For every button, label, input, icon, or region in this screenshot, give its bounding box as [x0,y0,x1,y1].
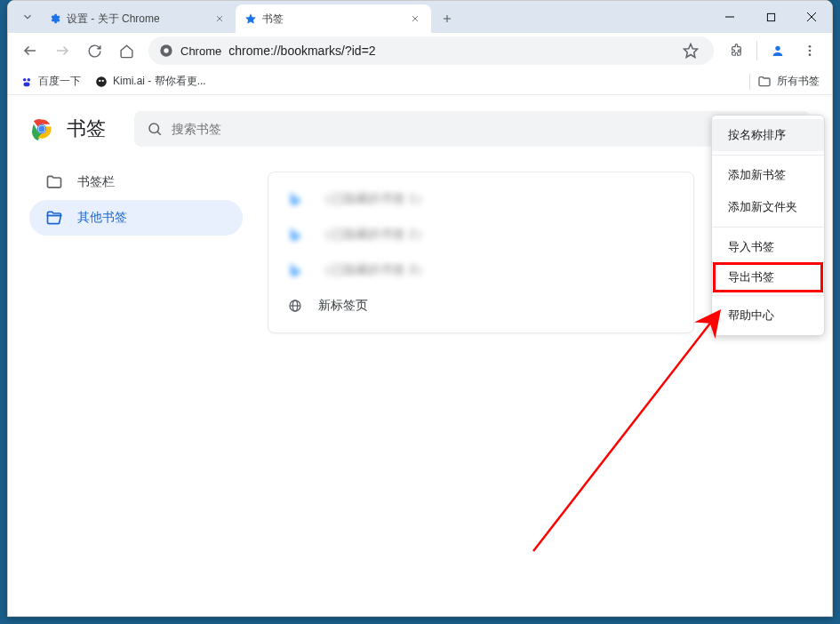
overflow-menu: 按名称排序 添加新书签 添加新文件夹 导入书签 导出书签 帮助中心 [711,115,825,336]
sidebar-item-label: 其他书签 [77,210,127,226]
star-icon [244,12,257,25]
separator [756,41,757,60]
list-item-label: （已隐藏的书签 1） [318,191,428,207]
list-item-label: （已隐藏的书签 2） [318,227,428,243]
svg-point-25 [99,79,100,81]
sidebar: 书签栏 其他书签 [29,159,243,333]
search-box[interactable] [134,111,811,147]
browser-window: 设置 - 关于 Chrome 书签 [7,0,833,617]
bookmark-kimi[interactable]: Kimi.ai - 帮你看更... [95,74,206,89]
bing-icon [288,263,302,277]
search-icon [147,121,163,137]
list-item[interactable]: （已隐藏的书签 2） [268,217,693,252]
sidebar-item-label: 书签栏 [77,174,115,190]
sidebar-item-bookmarks-bar[interactable]: 书签栏 [29,164,243,200]
bookmarks-bar: 百度一下 Kimi.ai - 帮你看更... 所有书签 [8,68,832,95]
svg-point-22 [28,77,30,81]
maximize-button[interactable] [750,1,791,33]
tab-title: 书签 [262,12,403,27]
tab-strip: 设置 - 关于 Chrome 书签 [8,1,832,33]
bookmark-list: （已隐藏的书签 1） （已隐藏的书签 2） （已隐藏的书签 3） 新标签页 [268,172,694,333]
chrome-icon [159,44,173,58]
svg-point-26 [102,79,104,81]
svg-point-24 [96,76,107,87]
bing-icon [288,192,302,206]
reload-button[interactable] [79,36,109,66]
page-title-wrap: 书签 [29,116,106,142]
kimi-icon [95,76,108,88]
svg-point-21 [23,77,27,81]
separator [749,74,750,90]
url-text: chrome://bookmarks/?id=2 [228,44,671,58]
sidebar-item-other-bookmarks[interactable]: 其他书签 [29,200,243,236]
menu-sort-by-name[interactable]: 按名称排序 [712,119,824,151]
page-header: 书签 [8,95,832,159]
menu-separator [712,227,824,228]
list-item-label: 新标签页 [318,298,368,314]
bing-icon [288,228,302,242]
chrome-logo-icon [29,116,54,141]
svg-point-20 [809,53,812,56]
folder-icon [757,75,772,89]
globe-icon [288,299,302,313]
svg-point-17 [775,46,780,51]
svg-point-15 [164,48,168,52]
tab-title: 设置 - 关于 Chrome [67,12,207,27]
all-bookmarks-button[interactable]: 所有书签 [757,74,820,89]
tab-close-button[interactable] [212,12,227,26]
list-item[interactable]: （已隐藏的书签 1） [268,181,693,217]
list-item[interactable]: （已隐藏的书签 3） [268,252,693,288]
menu-export-bookmarks[interactable]: 导出书签 [714,263,822,292]
svg-point-31 [149,124,159,133]
address-bar[interactable]: Chrome chrome://bookmarks/?id=2 [148,36,714,65]
tab-settings[interactable]: 设置 - 关于 Chrome [40,4,236,33]
svg-point-30 [39,126,45,132]
body-row: 书签栏 其他书签 （已隐藏的书签 1） （已隐藏的书签 2） [8,159,832,333]
page-content: 书签 书签栏 其他书签 （已隐藏的书签 [8,95,832,616]
new-tab-button[interactable] [435,6,460,31]
tab-bookmarks[interactable]: 书签 [236,4,431,33]
bookmark-label: Kimi.ai - 帮你看更... [113,74,206,89]
tab-close-button[interactable] [408,12,422,26]
svg-point-18 [809,45,812,48]
bookmark-star-button[interactable] [678,38,703,63]
svg-marker-16 [684,44,698,58]
baidu-icon [20,76,33,88]
menu-separator [712,155,824,156]
svg-marker-3 [245,13,256,24]
list-item-label: （已隐藏的书签 3） [318,262,428,278]
gear-icon [49,12,61,25]
page-title: 书签 [67,116,106,142]
url-scheme-label: Chrome [180,44,221,58]
menu-import-bookmarks[interactable]: 导入书签 [712,231,824,263]
folder-open-icon [45,209,63,227]
menu-button[interactable] [795,36,825,66]
list-item[interactable]: 新标签页 [268,288,693,324]
window-controls [709,1,832,33]
toolbar: Chrome chrome://bookmarks/?id=2 [8,33,832,68]
bookmark-label: 百度一下 [38,74,81,89]
svg-line-32 [157,132,161,135]
menu-help-center[interactable]: 帮助中心 [712,300,824,332]
svg-point-23 [24,82,30,86]
folder-icon [45,173,63,191]
minimize-button[interactable] [709,1,750,33]
menu-add-bookmark[interactable]: 添加新书签 [712,159,824,191]
back-button[interactable] [15,36,45,66]
home-button[interactable] [111,36,141,66]
all-bookmarks-label: 所有书签 [777,74,820,89]
menu-add-folder[interactable]: 添加新文件夹 [712,191,824,223]
forward-button[interactable] [47,36,77,66]
tab-search-button[interactable] [15,4,40,29]
profile-button[interactable] [763,36,793,66]
bookmark-baidu[interactable]: 百度一下 [20,74,81,89]
extensions-button[interactable] [721,36,751,66]
menu-separator [712,295,824,296]
close-window-button[interactable] [791,1,832,33]
search-input[interactable] [172,122,798,136]
svg-rect-9 [767,13,774,20]
svg-point-19 [809,50,812,52]
